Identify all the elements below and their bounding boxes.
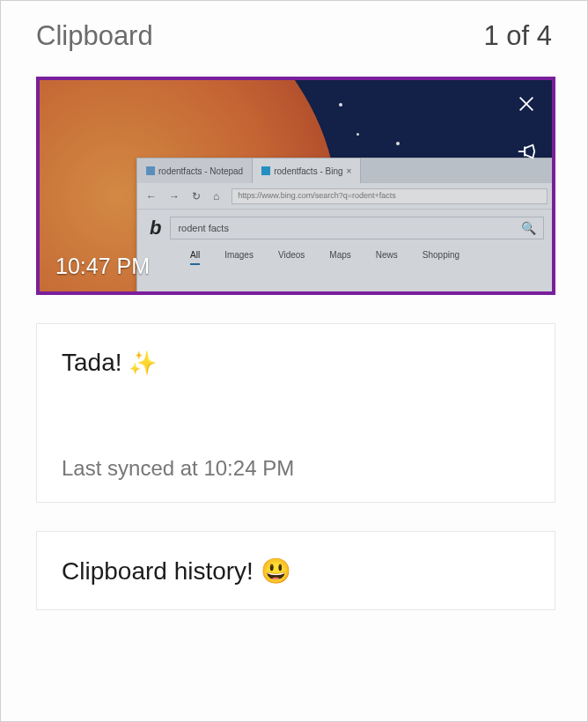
panel-header: Clipboard 1 of 4 [1,1,587,61]
item-text-content: Clipboard history! 😃 [62,556,530,586]
item-counter: 1 of 4 [483,20,552,52]
item-timestamp: 10:47 PM [55,254,150,279]
thumbnail-browser-window: rodentfacts - Notepad rodentfacts - Bing… [136,158,555,295]
search-icon: 🔍 [521,221,536,235]
sparkles-icon: ✨ [129,350,157,376]
clipboard-list[interactable]: rodentfacts - Notepad rodentfacts - Bing… [1,61,587,721]
clipboard-panel: Clipboard 1 of 4 rodentfacts - Notepad r… [0,0,588,722]
thumbnail-search-query: rodent facts [178,223,228,233]
item-sync-meta: Last synced at 10:24 PM [62,377,530,481]
item-text-content: Tada! ✨ [62,349,530,377]
close-icon[interactable] [513,91,540,117]
thumbnail: rodentfacts - Notepad rodentfacts - Bing… [40,80,552,291]
thumbnail-search-tabs: All Images Videos Maps News Shopping [137,243,555,265]
smile-icon: 😃 [261,557,291,585]
pin-icon[interactable] [513,138,540,165]
thumbnail-tab-label: rodentfacts - Notepad [158,166,243,176]
thumbnail-tab-label: rodentfacts - Bing [274,166,342,176]
bing-logo: b [150,217,161,239]
clipboard-item-text[interactable]: Clipboard history! 😃 [36,531,555,610]
clipboard-item-image[interactable]: rodentfacts - Notepad rodentfacts - Bing… [36,77,555,295]
clipboard-item-text[interactable]: Tada! ✨ Last synced at 10:24 PM [36,323,555,503]
panel-title: Clipboard [36,20,153,52]
thumbnail-url: https://www.bing.com/search?q=rodent+fac… [232,188,548,204]
